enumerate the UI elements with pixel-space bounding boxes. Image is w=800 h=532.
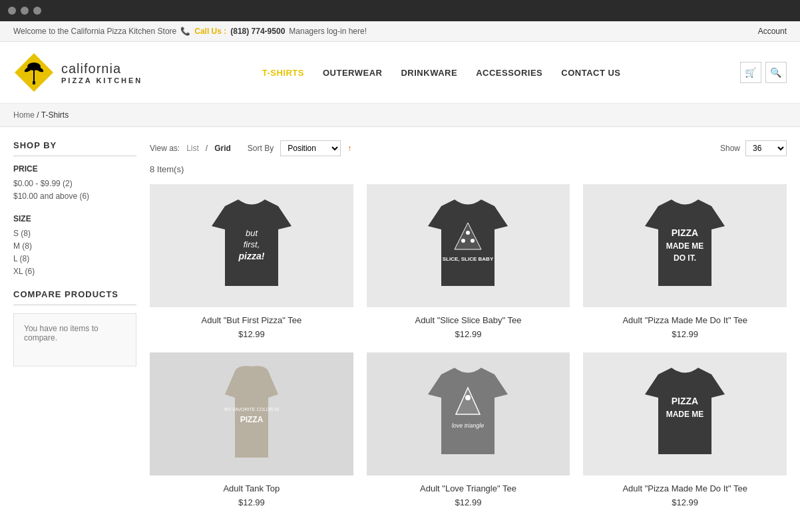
view-list-btn[interactable]: List <box>186 144 199 153</box>
svg-point-12 <box>471 239 475 243</box>
svg-text:but: but <box>246 228 258 238</box>
product-name-3: Adult Tank Top <box>150 483 353 493</box>
product-price-4: $12.99 <box>367 497 570 507</box>
logo-text: california PIZZA KITCHEN <box>61 61 142 84</box>
size-filter-s[interactable]: S (8) <box>13 229 136 238</box>
items-count: 8 Item(s) <box>150 164 787 174</box>
tshirt-svg-5: PIZZA MADE ME <box>638 361 731 467</box>
compare-title: COMPARE PRODUCTS <box>13 289 136 305</box>
product-name-0: Adult "But First Pizza" Tee <box>150 315 353 325</box>
product-image-3: MY FAVORITE COLOR IS PIZZA <box>150 352 353 475</box>
size-filter-l[interactable]: L (8) <box>13 254 136 263</box>
breadcrumb: Home / T-Shirts <box>0 104 800 127</box>
nav-accessories[interactable]: ACCESSORIES <box>476 68 542 78</box>
product-price-3: $12.99 <box>150 497 353 507</box>
price-filter-0[interactable]: $0.00 - $9.99 (2) <box>13 179 136 188</box>
main-layout: SHOP BY PRICE $0.00 - $9.99 (2) $10.00 a… <box>0 127 800 521</box>
tshirt-svg-3: MY FAVORITE COLOR IS PIZZA <box>205 361 298 467</box>
svg-text:MY FAVORITE COLOR IS: MY FAVORITE COLOR IS <box>224 407 279 412</box>
product-name-2: Adult "Pizza Made Me Do It" Tee <box>583 315 787 325</box>
svg-rect-5 <box>33 81 35 84</box>
logo-name-top: california <box>61 61 142 76</box>
svg-text:MADE ME: MADE ME <box>666 241 704 251</box>
price-label: PRICE <box>13 164 136 174</box>
svg-text:PIZZA: PIZZA <box>672 396 698 406</box>
product-grid: but first, pizza! Adult "But First Pizza… <box>150 184 787 507</box>
toolbar-right: Show 36 24 12 <box>720 140 787 156</box>
breadcrumb-current: T-Shirts <box>41 110 69 120</box>
compare-empty-text: You have no items to compare. <box>24 324 99 342</box>
nav-tshirts[interactable]: T-SHIRTS <box>262 68 304 78</box>
show-select[interactable]: 36 24 12 <box>745 140 787 156</box>
size-filter-m[interactable]: M (8) <box>13 241 136 251</box>
product-card-2[interactable]: PIZZA MADE ME DO IT. Adult "Pizza Made M… <box>583 184 787 339</box>
header-icons: 🛒 🔍 <box>740 62 787 83</box>
product-image-0: but first, pizza! <box>150 184 353 307</box>
header: california PIZZA KITCHEN T-SHIRTS OUTERW… <box>0 42 800 104</box>
nav-outerwear[interactable]: OUTERWEAR <box>323 68 382 78</box>
view-as-label: View as: <box>150 144 180 153</box>
size-filter-xl[interactable]: XL (6) <box>13 267 136 276</box>
account-link[interactable]: Account <box>758 27 787 36</box>
chrome-dot-yellow <box>21 7 29 15</box>
svg-text:first,: first, <box>244 239 260 249</box>
nav-contact[interactable]: CONTACT US <box>561 68 620 78</box>
sidebar: SHOP BY PRICE $0.00 - $9.99 (2) $10.00 a… <box>13 140 136 507</box>
tshirt-svg-1: SLICE, SLICE BABY <box>421 193 514 299</box>
toolbar: View as: List / Grid Sort By Position Na… <box>150 140 787 156</box>
product-name-1: Adult "Slice Slice Baby" Tee <box>367 315 570 325</box>
product-price-0: $12.99 <box>150 329 353 339</box>
show-label: Show <box>720 144 740 153</box>
products-area: View as: List / Grid Sort By Position Na… <box>150 140 787 507</box>
sort-label: Sort By <box>248 144 274 153</box>
product-card-3[interactable]: MY FAVORITE COLOR IS PIZZA Adult Tank To… <box>150 352 353 507</box>
product-card-1[interactable]: SLICE, SLICE BABY Adult "Slice Slice Bab… <box>367 184 570 339</box>
top-bar-left: Welcome to the California Pizza Kitchen … <box>13 27 367 36</box>
svg-point-20 <box>465 395 471 400</box>
product-price-1: $12.99 <box>367 329 570 339</box>
logo-area[interactable]: california PIZZA KITCHEN <box>13 52 142 93</box>
breadcrumb-home[interactable]: Home <box>13 110 35 120</box>
cart-button[interactable]: 🛒 <box>740 62 761 83</box>
manager-link[interactable]: Managers log-in here! <box>289 27 367 36</box>
price-filter-1[interactable]: $10.00 and above (6) <box>13 192 136 201</box>
svg-point-10 <box>466 231 470 235</box>
welcome-text: Welcome to the California Pizza Kitchen … <box>13 27 176 36</box>
nav-drinkware[interactable]: DRINKWARE <box>401 68 457 78</box>
svg-text:MADE ME: MADE ME <box>666 410 704 419</box>
top-bar: Welcome to the California Pizza Kitchen … <box>0 21 800 42</box>
sort-arrow[interactable]: ↑ <box>347 144 351 153</box>
tshirt-svg-2: PIZZA MADE ME DO IT. <box>638 193 731 299</box>
logo-diamond <box>13 52 55 93</box>
product-image-1: SLICE, SLICE BABY <box>367 184 570 307</box>
product-card-4[interactable]: love triangle Adult "Love Triangle" Tee … <box>367 352 570 507</box>
call-label: Call Us : <box>194 27 226 36</box>
main-nav: T-SHIRTS OUTERWEAR DRINKWARE ACCESSORIES… <box>262 68 621 78</box>
window-chrome <box>0 0 800 21</box>
product-price-2: $12.99 <box>583 329 787 339</box>
compare-box: You have no items to compare. <box>13 313 136 366</box>
svg-text:pizza!: pizza! <box>238 251 264 261</box>
view-grid-btn[interactable]: Grid <box>214 144 231 153</box>
tshirt-svg-0: but first, pizza! <box>205 193 298 299</box>
price-filter-group: PRICE $0.00 - $9.99 (2) $10.00 and above… <box>13 164 136 201</box>
logo-name-bottom: PIZZA KITCHEN <box>61 76 142 84</box>
svg-text:PIZZA: PIZZA <box>240 415 263 424</box>
size-filter-group: SIZE S (8) M (8) L (8) XL (6) <box>13 214 136 276</box>
svg-text:SLICE, SLICE BABY: SLICE, SLICE BABY <box>443 256 494 262</box>
svg-point-11 <box>461 239 465 243</box>
product-card-5[interactable]: PIZZA MADE ME Adult "Pizza Made Me Do It… <box>583 352 787 507</box>
product-name-5: Adult "Pizza Made Me Do It" Tee <box>583 483 787 493</box>
product-price-5: $12.99 <box>583 497 787 507</box>
compare-group: COMPARE PRODUCTS You have no items to co… <box>13 289 136 366</box>
sort-select[interactable]: Position Name Price <box>280 140 341 156</box>
phone-icon: 📞 <box>180 27 190 36</box>
size-label: SIZE <box>13 214 136 223</box>
phone-number[interactable]: (818) 774-9500 <box>230 27 285 36</box>
search-button[interactable]: 🔍 <box>765 62 787 83</box>
svg-text:DO IT.: DO IT. <box>674 253 696 263</box>
product-image-2: PIZZA MADE ME DO IT. <box>583 184 787 307</box>
product-image-5: PIZZA MADE ME <box>583 352 787 475</box>
product-image-4: love triangle <box>367 352 570 475</box>
product-card-0[interactable]: but first, pizza! Adult "But First Pizza… <box>150 184 353 339</box>
